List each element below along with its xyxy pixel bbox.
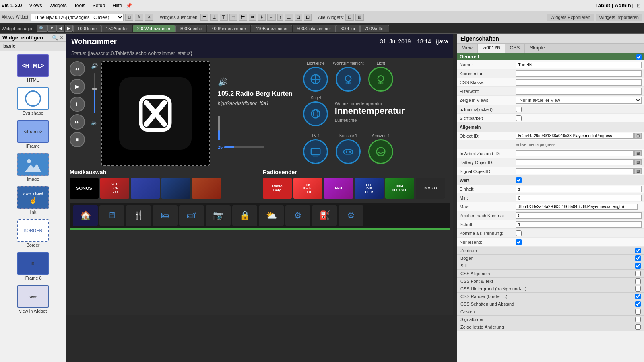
nav-weather[interactable]: ⛅ — [259, 205, 284, 226]
import-btn[interactable]: Widgets Importieren — [596, 14, 642, 21]
panel-close-icon[interactable]: ✕ — [60, 35, 64, 41]
prop-bogen[interactable]: Bogen — [457, 255, 644, 262]
device-lichtleiste-btn[interactable] — [303, 67, 328, 92]
nav-camera[interactable]: 📷 — [206, 205, 231, 226]
nav-home[interactable]: 🏠 — [73, 205, 98, 226]
device-wohnzimmerlicht-btn[interactable] — [336, 67, 361, 92]
prop-name-input[interactable] — [516, 62, 642, 68]
align-center-v-btn[interactable]: ⊟ — [295, 14, 302, 21]
widget-item-border[interactable]: BORDER Border — [2, 218, 64, 249]
widget-item-iframe8[interactable]: ⊞ iFrame 8 — [2, 251, 64, 282]
prop-battery-id-btn[interactable]: ⊞ — [634, 159, 642, 165]
progress-knob[interactable] — [218, 116, 220, 140]
tab-700wetter[interactable]: 700Wetter — [360, 25, 390, 32]
align-left-btn[interactable]: ⊢ — [200, 14, 208, 21]
widget-copy-btn[interactable]: ⧉ — [125, 14, 133, 21]
widget-item-image[interactable]: Image — [2, 152, 64, 183]
prop-wert-checkbox[interactable] — [516, 177, 522, 183]
device-amazon1-btn[interactable] — [368, 139, 393, 164]
widget-item-view[interactable]: view view in widget — [2, 284, 64, 315]
prop-zentrum[interactable]: Zentrum — [457, 247, 644, 255]
widget-edit-btn[interactable]: ✎ — [135, 14, 143, 21]
prop-gesten[interactable]: Gesten — [457, 308, 644, 316]
align-extra-btn[interactable]: ⊞ — [304, 14, 312, 21]
radio-thumb-2[interactable]: HitRadioFFH — [293, 178, 322, 199]
prop-battery-id-input[interactable] — [516, 159, 634, 165]
radio-thumb-4[interactable]: FFHDIEBIER — [355, 178, 384, 199]
generell-checkbox[interactable] — [636, 54, 642, 60]
nav-fuel[interactable]: ⛽ — [312, 205, 337, 226]
radio-thumb-5[interactable]: FFHDEUTSCH — [385, 178, 414, 199]
r-tab-view[interactable]: View — [457, 44, 478, 53]
prop-max-input[interactable] — [516, 204, 638, 210]
widget-item-html[interactable]: <HTML> HTML — [2, 53, 64, 84]
prop-css-hintergrund-checkbox[interactable] — [635, 286, 641, 292]
music-thumb-4[interactable] — [161, 178, 190, 199]
stop-btn[interactable]: ■ — [70, 132, 85, 147]
align-right-btn[interactable]: ⊢ — [239, 14, 247, 21]
next-btn[interactable]: ⏭ — [70, 114, 85, 130]
maximize-icon[interactable]: ⊡ — [637, 3, 641, 8]
prop-zeige-aenderung[interactable]: Zeige letzte Änderung — [457, 323, 644, 331]
menu-setup[interactable]: Setup — [89, 2, 108, 9]
prop-min-input[interactable] — [516, 195, 642, 201]
r-tab-css[interactable]: CSS — [505, 44, 525, 53]
tab-400kinderzimmer[interactable]: 400Kinderzimmer — [207, 25, 250, 32]
prop-einheit-input[interactable] — [516, 186, 642, 192]
prop-css-schatten-checkbox[interactable] — [635, 301, 641, 307]
prop-zeige-aenderung-checkbox[interactable] — [635, 324, 641, 330]
nav-back-btn[interactable]: ◀ — [56, 25, 64, 32]
tab-300kueche[interactable]: 300Kueche — [175, 25, 207, 32]
prop-arbeit-id-input[interactable] — [516, 150, 634, 156]
radio-thumb-6[interactable]: ROCKO — [416, 178, 445, 199]
prop-still-checkbox[interactable] — [635, 263, 641, 269]
prop-css-font[interactable]: CSS Font & Text — [457, 278, 644, 285]
prop-signal-id-btn[interactable]: ⊞ — [634, 168, 642, 174]
align-middle-btn[interactable]: ⊣ — [229, 14, 237, 21]
prop-zeige-views-select[interactable]: Nur in aktueller View — [516, 97, 642, 104]
prop-sichtbarkeit-checkbox[interactable] — [516, 115, 522, 121]
align-space-h-btn[interactable]: ⇔ — [249, 14, 256, 21]
prop-schritt-input[interactable] — [516, 221, 642, 228]
widget-item-iframe[interactable]: <iFrame> iFrame — [2, 119, 64, 150]
prop-signal-id-input[interactable] — [516, 168, 634, 174]
nav-close-btn[interactable]: ✕ — [47, 25, 56, 32]
pin-icon[interactable]: 📌 — [126, 3, 132, 8]
prop-zeichen-comma-input[interactable] — [516, 212, 642, 219]
prop-css-allgemein-checkbox[interactable] — [635, 271, 641, 276]
align-height-btn[interactable]: ↕ — [277, 14, 284, 21]
prop-css-raender[interactable]: CSS Ränder (border-...) — [457, 293, 644, 300]
prop-object-id-input[interactable] — [516, 133, 634, 139]
nav-forward-btn[interactable]: ▶ — [65, 25, 73, 32]
canvas[interactable]: Wohnzimmer 31. Jul 2019 18:14 {java Stat… — [66, 34, 457, 362]
play-btn[interactable]: ▶ — [70, 79, 85, 94]
device-tv1-btn[interactable] — [303, 139, 328, 164]
prop-signalbilder[interactable]: Signalbilder — [457, 316, 644, 323]
align-width-btn[interactable]: ↔ — [267, 14, 276, 21]
prop-css-raender-checkbox[interactable] — [635, 294, 641, 299]
tab-100home[interactable]: 100Home — [73, 25, 101, 32]
prop-section-generell-header[interactable]: Generell — [457, 53, 644, 60]
nav-sofa[interactable]: 🛋 — [179, 205, 204, 226]
nav-kitchen[interactable]: 🍴 — [126, 205, 151, 226]
prop-object-id-btn[interactable]: ⊞ — [634, 133, 642, 139]
progress-bar[interactable] — [224, 146, 264, 148]
panel-search-icon[interactable]: 🔍 — [52, 35, 58, 41]
menu-views[interactable]: Views — [26, 2, 45, 9]
tab-200wohnzimmer[interactable]: 200Wohnzimmer — [133, 25, 175, 32]
widget-item-svg[interactable]: Svg shape — [2, 86, 64, 117]
menu-tools[interactable]: Tools — [71, 2, 89, 9]
tab-410badezimmer[interactable]: 410Badezimmer — [251, 25, 292, 32]
prop-zentrum-checkbox[interactable] — [635, 248, 641, 253]
prop-css-schatten[interactable]: CSS Schatten und Abstand — [457, 300, 644, 308]
prop-css-font-checkbox[interactable] — [635, 278, 641, 284]
widget-delete-btn[interactable]: ✕ — [145, 14, 153, 21]
nav-search-btn[interactable]: 🔍 — [37, 25, 47, 32]
tab-600flur[interactable]: 600Flur — [336, 25, 360, 32]
nav-security[interactable]: 🔒 — [232, 205, 257, 226]
prop-still[interactable]: Still — [457, 262, 644, 270]
all-widgets-btn2[interactable]: ⊠ — [355, 14, 364, 21]
music-thumb-3[interactable] — [131, 178, 160, 199]
prev-btn[interactable]: ⏮ — [70, 61, 85, 76]
tab-150anrufer[interactable]: 150Anrufer — [101, 25, 132, 32]
